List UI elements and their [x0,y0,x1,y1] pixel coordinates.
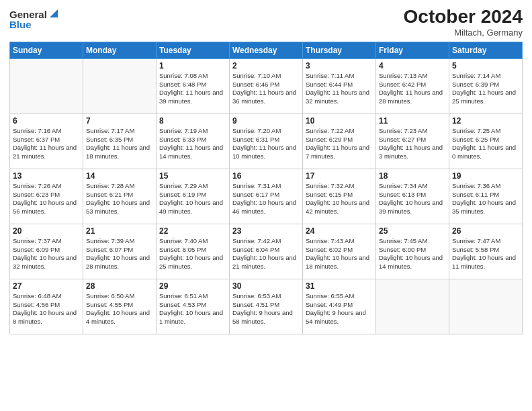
day-info: Sunrise: 7:39 AMSunset: 6:07 PMDaylight:… [86,237,153,271]
day-info: Sunrise: 6:55 AMSunset: 4:49 PMDaylight:… [306,292,373,326]
calendar-cell: 22Sunrise: 7:40 AMSunset: 6:05 PMDayligh… [157,224,230,279]
day-number: 18 [379,171,446,181]
day-info: Sunrise: 7:34 AMSunset: 6:13 PMDaylight:… [379,182,446,216]
svg-marker-0 [50,9,58,17]
day-number: 24 [306,226,373,236]
day-info: Sunrise: 7:13 AMSunset: 6:42 PMDaylight:… [379,72,446,106]
calendar-cell: 5Sunrise: 7:14 AMSunset: 6:39 PMDaylight… [449,58,523,113]
header: General Blue October 2024 Miltach, Germa… [9,7,523,38]
day-number: 25 [379,226,446,236]
day-info: Sunrise: 7:42 AMSunset: 6:04 PMDaylight:… [232,237,300,271]
header-thursday: Thursday [303,42,376,58]
calendar-cell: 28Sunrise: 6:50 AMSunset: 4:55 PMDayligh… [83,279,157,334]
calendar-cell: 9Sunrise: 7:20 AMSunset: 6:31 PMDaylight… [230,113,303,169]
calendar-table: Sunday Monday Tuesday Wednesday Thursday… [9,42,523,334]
calendar-cell: 25Sunrise: 7:45 AMSunset: 6:00 PMDayligh… [376,224,449,279]
day-info: Sunrise: 7:20 AMSunset: 6:31 PMDaylight:… [232,127,300,161]
day-info: Sunrise: 7:19 AMSunset: 6:33 PMDaylight:… [159,127,226,161]
day-number: 14 [86,171,153,181]
month-title: October 2024 [404,7,523,28]
header-saturday: Saturday [449,42,523,58]
day-info: Sunrise: 6:51 AMSunset: 4:53 PMDaylight:… [159,292,226,326]
day-number: 22 [159,226,226,236]
day-number: 9 [232,116,300,126]
day-number: 4 [379,61,446,71]
calendar-header-row: Sunday Monday Tuesday Wednesday Thursday… [10,42,523,58]
day-info: Sunrise: 7:25 AMSunset: 6:25 PMDaylight:… [452,127,519,161]
calendar-cell: 2Sunrise: 7:10 AMSunset: 6:46 PMDaylight… [230,58,303,113]
calendar-cell: 6Sunrise: 7:16 AMSunset: 6:37 PMDaylight… [10,113,83,169]
day-info: Sunrise: 7:26 AMSunset: 6:23 PMDaylight:… [13,182,80,216]
calendar-cell: 4Sunrise: 7:13 AMSunset: 6:42 PMDaylight… [376,58,449,113]
day-number: 20 [13,226,80,236]
calendar-cell: 13Sunrise: 7:26 AMSunset: 6:23 PMDayligh… [10,169,83,224]
calendar-cell: 16Sunrise: 7:31 AMSunset: 6:17 PMDayligh… [230,169,303,224]
day-number: 8 [159,116,226,126]
title-block: October 2024 Miltach, Germany [404,7,523,38]
day-info: Sunrise: 7:45 AMSunset: 6:00 PMDaylight:… [379,237,446,271]
day-info: Sunrise: 7:11 AMSunset: 6:44 PMDaylight:… [306,72,373,106]
calendar-cell: 26Sunrise: 7:47 AMSunset: 5:58 PMDayligh… [449,224,523,279]
day-info: Sunrise: 7:22 AMSunset: 6:29 PMDaylight:… [306,127,373,161]
calendar-cell: 15Sunrise: 7:29 AMSunset: 6:19 PMDayligh… [157,169,230,224]
header-wednesday: Wednesday [230,42,303,58]
day-number: 3 [306,61,373,71]
calendar-cell: 23Sunrise: 7:42 AMSunset: 6:04 PMDayligh… [230,224,303,279]
calendar-cell [83,58,157,113]
day-number: 12 [452,116,519,126]
calendar-cell: 3Sunrise: 7:11 AMSunset: 6:44 PMDaylight… [303,58,376,113]
calendar-cell: 24Sunrise: 7:43 AMSunset: 6:02 PMDayligh… [303,224,376,279]
day-info: Sunrise: 6:50 AMSunset: 4:55 PMDaylight:… [86,292,153,326]
day-info: Sunrise: 7:36 AMSunset: 6:11 PMDaylight:… [452,182,519,216]
calendar-cell: 11Sunrise: 7:23 AMSunset: 6:27 PMDayligh… [376,113,449,169]
calendar-cell [449,279,523,334]
day-number: 23 [232,226,300,236]
day-number: 15 [159,171,226,181]
location: Miltach, Germany [404,28,523,38]
day-number: 26 [452,226,519,236]
calendar-cell: 14Sunrise: 7:28 AMSunset: 6:21 PMDayligh… [83,169,157,224]
day-info: Sunrise: 7:40 AMSunset: 6:05 PMDaylight:… [159,237,226,271]
day-info: Sunrise: 7:32 AMSunset: 6:15 PMDaylight:… [306,182,373,216]
calendar-cell: 21Sunrise: 7:39 AMSunset: 6:07 PMDayligh… [83,224,157,279]
logo: General Blue [9,7,59,30]
day-number: 2 [232,61,300,71]
day-number: 21 [86,226,153,236]
calendar-week-row: 27Sunrise: 6:48 AMSunset: 4:56 PMDayligh… [10,279,523,334]
day-number: 5 [452,61,519,71]
calendar-cell: 7Sunrise: 7:17 AMSunset: 6:35 PMDaylight… [83,113,157,169]
calendar-cell: 10Sunrise: 7:22 AMSunset: 6:29 PMDayligh… [303,113,376,169]
day-number: 1 [159,61,226,71]
day-info: Sunrise: 7:37 AMSunset: 6:09 PMDaylight:… [13,237,80,271]
calendar-cell: 1Sunrise: 7:08 AMSunset: 6:48 PMDaylight… [157,58,230,113]
day-number: 31 [306,281,373,291]
calendar-cell: 18Sunrise: 7:34 AMSunset: 6:13 PMDayligh… [376,169,449,224]
day-info: Sunrise: 6:48 AMSunset: 4:56 PMDaylight:… [13,292,80,326]
day-number: 11 [379,116,446,126]
day-number: 29 [159,281,226,291]
calendar-week-row: 13Sunrise: 7:26 AMSunset: 6:23 PMDayligh… [10,169,523,224]
day-info: Sunrise: 7:23 AMSunset: 6:27 PMDaylight:… [379,127,446,161]
day-info: Sunrise: 7:17 AMSunset: 6:35 PMDaylight:… [86,127,153,161]
calendar-cell: 17Sunrise: 7:32 AMSunset: 6:15 PMDayligh… [303,169,376,224]
calendar-cell: 31Sunrise: 6:55 AMSunset: 4:49 PMDayligh… [303,279,376,334]
day-number: 6 [13,116,80,126]
calendar-cell: 29Sunrise: 6:51 AMSunset: 4:53 PMDayligh… [157,279,230,334]
header-monday: Monday [83,42,157,58]
day-info: Sunrise: 6:53 AMSunset: 4:51 PMDaylight:… [232,292,300,326]
day-info: Sunrise: 7:14 AMSunset: 6:39 PMDaylight:… [452,72,519,106]
header-tuesday: Tuesday [157,42,230,58]
logo-blue: Blue [9,19,32,30]
calendar-cell: 19Sunrise: 7:36 AMSunset: 6:11 PMDayligh… [449,169,523,224]
day-number: 27 [13,281,80,291]
day-info: Sunrise: 7:29 AMSunset: 6:19 PMDaylight:… [159,182,226,216]
day-info: Sunrise: 7:47 AMSunset: 5:58 PMDaylight:… [452,237,519,271]
day-info: Sunrise: 7:08 AMSunset: 6:48 PMDaylight:… [159,72,226,106]
day-number: 16 [232,171,300,181]
header-friday: Friday [376,42,449,58]
logo-triangle-icon [47,7,59,21]
calendar-cell: 8Sunrise: 7:19 AMSunset: 6:33 PMDaylight… [157,113,230,169]
calendar-cell: 12Sunrise: 7:25 AMSunset: 6:25 PMDayligh… [449,113,523,169]
day-number: 28 [86,281,153,291]
day-info: Sunrise: 7:43 AMSunset: 6:02 PMDaylight:… [306,237,373,271]
